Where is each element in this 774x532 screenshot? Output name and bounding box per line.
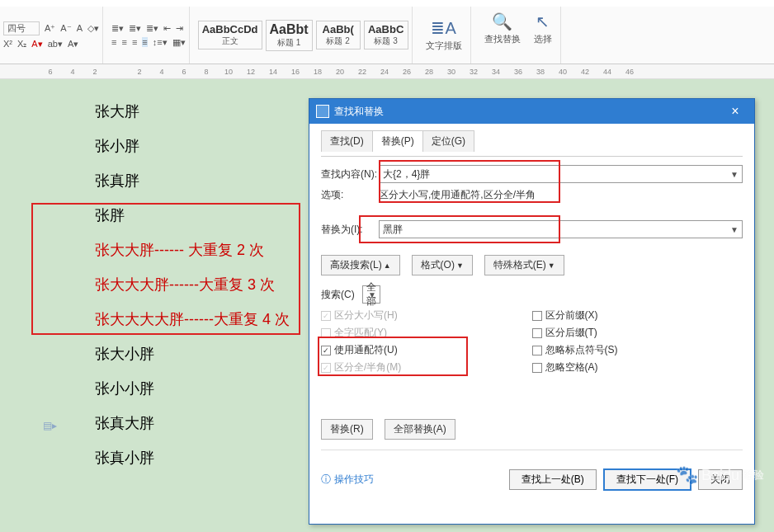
font-color-icon[interactable]: A▾ xyxy=(31,39,42,49)
chevron-down-icon: ▼ xyxy=(456,261,464,270)
checkbox-suffix[interactable] xyxy=(532,328,542,338)
chevron-down-icon[interactable]: ▼ xyxy=(730,225,739,234)
close-icon[interactable]: × xyxy=(723,104,748,119)
font-group: 四号 A⁺ A⁻ A ◇▾ X² X₂ A▾ ab▾ A▾ xyxy=(0,7,103,64)
select-button[interactable]: ↖选择 xyxy=(529,8,557,62)
options-value: 区分大小写,使用通配符,区分全/半角 xyxy=(379,188,536,202)
checkbox-fullhalf: ✓ xyxy=(321,363,331,373)
tab-goto[interactable]: 定位(G) xyxy=(422,130,474,152)
doc-line[interactable]: 张大小胖 xyxy=(95,337,290,371)
options-label: 选项: xyxy=(321,188,379,202)
doc-line[interactable]: 张大大大胖------大重复 3 次 xyxy=(95,267,290,302)
checkbox-space[interactable] xyxy=(532,363,542,373)
paragraph-group: ≣▾ ≣▾ ≣▾ ⇤ ⇥ ≡ ≡ ≡ ≡ ↕≡▾ ▦▾ xyxy=(108,7,190,64)
doc-line[interactable]: 张真小胖 xyxy=(95,440,290,475)
typeset-icon: ≣A xyxy=(431,18,455,38)
highlight-icon[interactable]: ab▾ xyxy=(48,39,63,49)
format-button[interactable]: 格式(O)▼ xyxy=(412,255,473,275)
subscript-icon[interactable]: X₂ xyxy=(17,39,26,49)
replace-label: 替换为(I): xyxy=(321,223,379,237)
find-replace-button[interactable]: 🔍查找替换 xyxy=(479,8,526,62)
find-replace-dialog: 查找和替换 × 查找(D) 替换(P) 定位(G) 查找内容(N): 大{2，4… xyxy=(309,98,755,525)
search-scope-label: 搜索(C) xyxy=(321,288,362,302)
indent-inc-icon[interactable]: ⇥ xyxy=(176,23,183,34)
line-spacing-icon[interactable]: ↕≡▾ xyxy=(153,37,168,48)
document-body[interactable]: 张大胖张小胖张真胖张胖张大大胖------ 大重复 2 次张大大大胖------… xyxy=(95,94,290,475)
style-h1[interactable]: AaBbt标题 1 xyxy=(266,20,313,51)
style-h2[interactable]: AaBb(标题 2 xyxy=(316,21,361,49)
dialog-icon xyxy=(316,105,329,118)
typeset-button[interactable]: ≣A文字排版 xyxy=(421,15,467,55)
search-scope-select[interactable]: 全部▼ xyxy=(362,285,380,304)
superscript-icon[interactable]: X² xyxy=(3,39,12,49)
styles-group: AaBbCcDd正文 AaBbt标题 1 AaBb(标题 2 AaBbC标题 3 xyxy=(195,7,413,64)
ribbon: 四号 A⁺ A⁻ A ◇▾ X² X₂ A▾ ab▾ A▾ ≣▾ ≣▾ ≣▾ ⇤… xyxy=(0,7,774,64)
special-format-button[interactable]: 特殊格式(E)▼ xyxy=(484,255,564,275)
doc-line[interactable]: 张胖 xyxy=(95,198,290,233)
checkbox-case: ✓ xyxy=(321,311,331,321)
replace-all-button[interactable]: 全部替换(A) xyxy=(385,419,455,440)
editing-group: 🔍查找替换 ↖选择 xyxy=(476,7,561,64)
numbering-icon[interactable]: ≣▾ xyxy=(129,23,141,34)
decrease-font-icon[interactable]: A⁻ xyxy=(60,23,71,34)
align-right-icon[interactable]: ≡ xyxy=(132,37,137,47)
align-justify-icon[interactable]: ≡ xyxy=(142,37,147,47)
doc-line[interactable]: 张大大大大胖------大重复 4 次 xyxy=(95,302,290,337)
ruler: 6422468101214161820222426283032343638404… xyxy=(0,64,774,79)
align-left-icon[interactable]: ≡ xyxy=(111,37,116,47)
doc-line[interactable]: 张真胖 xyxy=(95,163,290,198)
chevron-down-icon: ▼ xyxy=(548,261,555,270)
dialog-title: 查找和替换 xyxy=(334,105,384,119)
chevron-down-icon[interactable]: ▼ xyxy=(730,170,739,179)
align-center-icon[interactable]: ≡ xyxy=(121,37,126,47)
shading-icon[interactable]: ▦▾ xyxy=(172,37,186,48)
replace-input[interactable]: 黑胖▼ xyxy=(379,220,743,238)
tab-replace[interactable]: 替换(P) xyxy=(372,130,423,152)
dialog-tabs: 查找(D) 替换(P) 定位(G) xyxy=(321,130,743,152)
indent-dec-icon[interactable]: ⇤ xyxy=(163,23,171,34)
multilevel-icon[interactable]: ≣▾ xyxy=(146,23,158,34)
chevron-up-icon: ▲ xyxy=(384,261,391,270)
find-label: 查找内容(N): xyxy=(321,167,379,181)
chevron-down-icon[interactable]: ▼ xyxy=(368,290,376,299)
style-h3[interactable]: AaBbC标题 3 xyxy=(364,21,408,49)
tab-find[interactable]: 查找(D) xyxy=(321,130,373,152)
side-marker-icon: ▤▸ xyxy=(43,420,57,431)
bullets-icon[interactable]: ≣▾ xyxy=(111,23,124,34)
cursor-icon: ↖ xyxy=(536,12,550,31)
find-input[interactable]: 大{2，4}胖▼ xyxy=(379,165,743,183)
doc-line[interactable]: 张小小胖 xyxy=(95,371,290,406)
info-icon: ⓘ xyxy=(321,473,331,487)
doc-line[interactable]: 张大大胖------ 大重复 2 次 xyxy=(95,233,290,267)
find-next-button[interactable]: 查找下一处(F) xyxy=(603,468,691,491)
find-prev-button[interactable]: 查找上一处(B) xyxy=(509,469,597,490)
replace-button[interactable]: 替换(R) xyxy=(321,419,373,440)
advanced-search-button[interactable]: 高级搜索(L)▲ xyxy=(321,255,400,275)
font-size-select[interactable]: 四号 xyxy=(3,21,40,35)
dialog-titlebar[interactable]: 查找和替换 × xyxy=(309,99,754,124)
ribbon-tabs xyxy=(0,0,774,7)
font-icon[interactable]: A▾ xyxy=(68,39,78,49)
checkbox-punct[interactable] xyxy=(532,346,542,355)
increase-font-icon[interactable]: A⁺ xyxy=(45,23,55,34)
doc-line[interactable]: 张真大胖 xyxy=(95,406,290,440)
clear-format-icon[interactable]: ◇▾ xyxy=(87,23,99,34)
dialog-close-button[interactable]: 关闭 xyxy=(698,469,743,490)
checkbox-prefix[interactable] xyxy=(532,311,542,321)
style-normal[interactable]: AaBbCcDd正文 xyxy=(198,21,262,49)
doc-line[interactable]: 张小胖 xyxy=(95,129,290,163)
change-case-icon[interactable]: A xyxy=(77,23,83,33)
doc-line[interactable]: 张大胖 xyxy=(95,94,290,129)
search-icon: 🔍 xyxy=(492,12,512,31)
checkbox-wholeword xyxy=(321,328,331,338)
tips-link[interactable]: ⓘ操作技巧 xyxy=(321,473,374,487)
checkbox-wildcard[interactable]: ✓ xyxy=(321,346,331,355)
typeset-group: ≣A文字排版 xyxy=(418,7,471,64)
